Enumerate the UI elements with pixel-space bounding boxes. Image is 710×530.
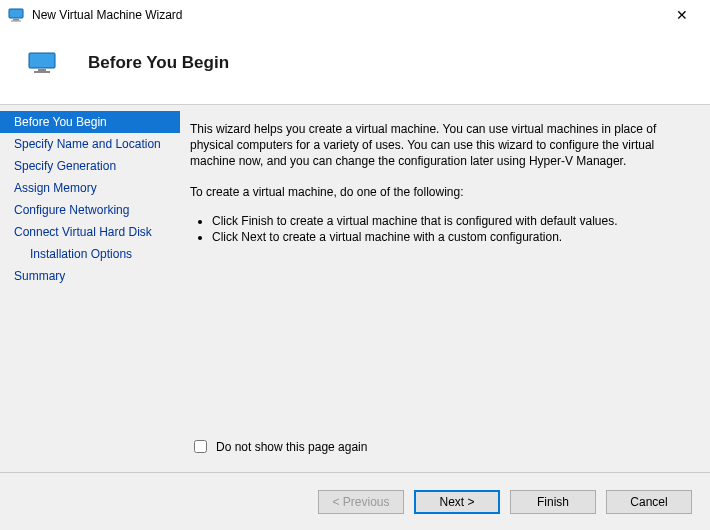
instruction-text: To create a virtual machine, do one of t… [190,184,690,200]
wizard-header: Before You Begin [0,30,710,96]
wizard-footer: < Previous Next > Finish Cancel [0,472,710,530]
wizard-steps-sidebar: Before You BeginSpecify Name and Locatio… [0,105,180,472]
dont-show-again-row: Do not show this page again [190,437,690,462]
wizard-content: This wizard helps you create a virtual m… [180,105,710,472]
wizard-step[interactable]: Installation Options [0,243,180,265]
svg-rect-4 [38,69,46,71]
wizard-step[interactable]: Connect Virtual Hard Disk [0,221,180,243]
svg-rect-5 [34,71,50,73]
dont-show-again-checkbox[interactable] [194,440,207,453]
wizard-window: New Virtual Machine Wizard ✕ Before You … [0,0,710,530]
wizard-step[interactable]: Summary [0,265,180,287]
wizard-step[interactable]: Specify Generation [0,155,180,177]
next-button[interactable]: Next > [414,490,500,514]
window-title: New Virtual Machine Wizard [32,8,662,22]
instruction-bullet: Click Next to create a virtual machine w… [212,230,690,244]
page-title: Before You Begin [88,53,229,73]
cancel-button[interactable]: Cancel [606,490,692,514]
wizard-header-icon [28,52,56,74]
wizard-step[interactable]: Assign Memory [0,177,180,199]
svg-rect-3 [29,53,55,68]
wizard-body: Before You BeginSpecify Name and Locatio… [0,104,710,472]
app-icon [8,7,24,23]
svg-rect-0 [9,9,23,18]
previous-button: < Previous [318,490,404,514]
wizard-step[interactable]: Specify Name and Location [0,133,180,155]
dont-show-again-label: Do not show this page again [216,440,367,454]
wizard-step[interactable]: Configure Networking [0,199,180,221]
svg-rect-2 [11,21,21,22]
intro-text: This wizard helps you create a virtual m… [190,121,690,170]
finish-button[interactable]: Finish [510,490,596,514]
instruction-bullet: Click Finish to create a virtual machine… [212,214,690,228]
titlebar: New Virtual Machine Wizard ✕ [0,0,710,30]
close-button[interactable]: ✕ [662,7,702,23]
wizard-step[interactable]: Before You Begin [0,111,180,133]
svg-rect-1 [13,19,19,21]
instruction-list: Click Finish to create a virtual machine… [212,214,690,246]
